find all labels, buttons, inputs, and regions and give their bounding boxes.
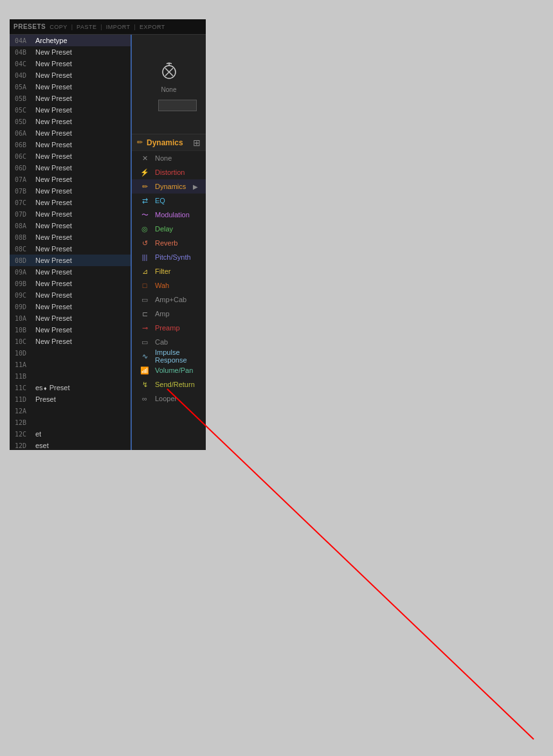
preset-list[interactable]: 04AArchetype04BNew Preset04CNew Preset04… — [10, 35, 132, 450]
list-item[interactable]: 12A — [10, 405, 131, 417]
logo-area: None — [156, 58, 182, 93]
preset-name: New Preset — [35, 303, 72, 310]
list-item[interactable]: 08BNew Preset — [10, 231, 131, 243]
list-item[interactable]: 06ANew Preset — [10, 127, 131, 139]
distortion-icon: ⚡ — [140, 168, 150, 177]
list-item[interactable]: 11A — [10, 359, 131, 370]
list-item[interactable]: 05CNew Preset — [10, 104, 131, 116]
logo-icon — [156, 58, 182, 84]
list-item[interactable]: 07DNew Preset — [10, 208, 131, 220]
list-item[interactable]: 09DNew Preset — [10, 301, 131, 312]
list-item[interactable]: 09BNew Preset — [10, 278, 131, 289]
list-item[interactable]: 08CNew Preset — [10, 243, 131, 255]
preset-number: 11C — [15, 384, 35, 392]
list-item[interactable]: ⚡Distortion — [132, 165, 206, 179]
preset-name: New Preset — [35, 48, 72, 56]
input-box[interactable] — [158, 100, 197, 111]
list-item[interactable]: ∞Looper — [132, 392, 206, 406]
list-item[interactable]: ∿Impulse Response — [132, 349, 206, 363]
list-item[interactable]: 05BNew Preset — [10, 93, 131, 104]
list-item[interactable]: □Wah — [132, 278, 206, 292]
list-item[interactable]: 06BNew Preset — [10, 139, 131, 150]
list-item[interactable]: 10BNew Preset — [10, 324, 131, 336]
paste-button[interactable]: PASTE — [77, 24, 96, 30]
effect-name: Reverb — [155, 239, 198, 247]
eq-icon: ⇄ — [140, 197, 150, 205]
import-button[interactable]: IMPORT — [106, 24, 131, 30]
list-item[interactable]: |||Pitch/Synth — [132, 250, 206, 264]
list-item[interactable]: 08ANew Preset — [10, 220, 131, 231]
preset-number: 09A — [15, 269, 35, 276]
preset-number: 05C — [15, 107, 35, 114]
looper-icon: ∞ — [140, 395, 150, 402]
list-item[interactable]: ✕None — [132, 151, 206, 165]
preset-number: 04C — [15, 60, 35, 68]
list-item[interactable]: 04AArchetype — [10, 35, 131, 46]
delay-icon: ◎ — [140, 225, 150, 233]
preset-name: New Preset — [35, 291, 72, 299]
list-item[interactable]: ⊿Filter — [132, 264, 206, 278]
preset-name: New Preset — [35, 164, 72, 172]
preset-number: 04B — [15, 49, 35, 56]
list-item[interactable]: 07ANew Preset — [10, 174, 131, 185]
list-item[interactable]: 10CNew Preset — [10, 336, 131, 347]
list-item[interactable]: 11B — [10, 370, 131, 382]
preset-name: Preset — [35, 395, 56, 403]
list-item[interactable]: 10ANew Preset — [10, 312, 131, 324]
list-item[interactable]: 11Ces⬧ Preset — [10, 382, 131, 393]
preset-number: 12D — [15, 442, 35, 449]
list-item[interactable]: 06CNew Preset — [10, 150, 131, 162]
list-item[interactable]: 12Deset — [10, 440, 131, 450]
list-item[interactable]: 07BNew Preset — [10, 185, 131, 197]
preset-name: New Preset — [35, 199, 72, 206]
volume-pan-icon: 📶 — [140, 366, 150, 375]
preamp-icon: ⊸ — [140, 324, 150, 332]
list-item[interactable]: 07CNew Preset — [10, 197, 131, 208]
effect-name: Dynamics — [155, 183, 193, 190]
list-item[interactable]: 12Cet — [10, 428, 131, 440]
effect-name: None — [155, 154, 198, 162]
preset-number: 10D — [15, 350, 35, 357]
list-item[interactable]: 📶Volume/Pan — [132, 363, 206, 377]
effect-name: Pitch/Synth — [155, 253, 198, 261]
preset-number: 09D — [15, 303, 35, 310]
list-item[interactable]: ▭Amp+Cab — [132, 292, 206, 307]
list-item[interactable]: 09CNew Preset — [10, 289, 131, 301]
preset-number: 09B — [15, 280, 35, 287]
preset-name: New Preset — [35, 256, 72, 264]
list-item[interactable]: 04BNew Preset — [10, 46, 131, 58]
list-item[interactable]: ◎Delay — [132, 222, 206, 236]
list-item[interactable]: ⊏Amp — [132, 307, 206, 321]
list-item[interactable]: ↺Reverb — [132, 236, 206, 250]
wah-icon: □ — [140, 282, 150, 289]
preset-number: 12A — [15, 408, 35, 415]
list-item[interactable]: ✏Dynamics▶ — [132, 179, 206, 194]
list-item[interactable]: 09ANew Preset — [10, 266, 131, 278]
list-item[interactable]: ↯Send/Return — [132, 377, 206, 392]
dynamics-icon: ✏ — [140, 183, 150, 191]
grid-icon[interactable]: ⊞ — [193, 138, 201, 148]
list-item[interactable]: ⇄EQ — [132, 194, 206, 208]
list-item[interactable]: 04DNew Preset — [10, 69, 131, 81]
list-item[interactable]: ▭Cab — [132, 335, 206, 349]
list-item[interactable]: 05ANew Preset — [10, 81, 131, 93]
list-item[interactable]: 10D — [10, 347, 131, 359]
list-item[interactable]: 08DNew Preset — [10, 255, 131, 266]
preset-name: New Preset — [35, 338, 72, 345]
list-item[interactable]: ⊸Preamp — [132, 321, 206, 335]
list-item[interactable]: 11DPreset — [10, 393, 131, 405]
preset-name: New Preset — [35, 129, 72, 137]
list-item[interactable]: 05DNew Preset — [10, 116, 131, 127]
preset-name: New Preset — [35, 83, 72, 91]
svg-line-2 — [167, 63, 169, 64]
preset-name: New Preset — [35, 141, 72, 148]
export-button[interactable]: EXPORT — [140, 24, 165, 30]
list-item[interactable]: 〜Modulation — [132, 208, 206, 222]
effect-header[interactable]: ✏ Dynamics ⊞ — [132, 134, 206, 151]
list-item[interactable]: 06DNew Preset — [10, 162, 131, 174]
copy-button[interactable]: COPY — [50, 24, 68, 30]
reverb-icon: ↺ — [140, 239, 150, 248]
list-item[interactable]: 04CNew Preset — [10, 58, 131, 69]
preset-number: 07C — [15, 199, 35, 206]
list-item[interactable]: 12B — [10, 417, 131, 428]
